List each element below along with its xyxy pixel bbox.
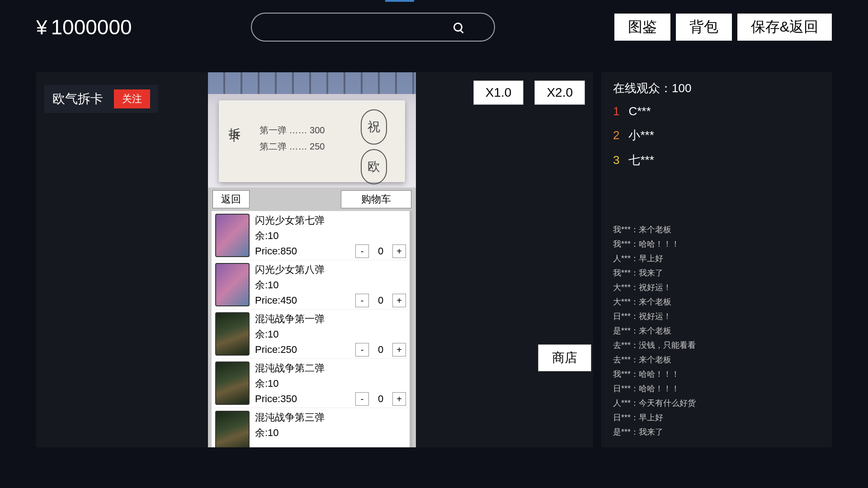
item-price-row: Price:350-0+ (255, 392, 406, 406)
qty-minus-button[interactable]: - (355, 244, 369, 258)
chat-line: 大***：祝好运！ (613, 280, 820, 295)
save-return-button[interactable]: 保存&返回 (737, 14, 832, 41)
item-price: Price:250 (255, 344, 297, 356)
chat-line: 去***：没钱，只能看看 (613, 338, 820, 352)
item-price-row: Price:850-0+ (255, 244, 406, 258)
chat-line: 人***：今天有什么好货 (613, 396, 820, 410)
chat-line: 大***：来个老板 (613, 295, 820, 309)
qty-plus-button[interactable]: + (392, 392, 406, 406)
chat-line: 我***：哈哈！！！ (613, 367, 820, 381)
search-input[interactable] (251, 13, 495, 42)
stream-panel: 欧气拆卡 关注 X1.0 X2.0 商店 拆卡 第一弹 …… 300 第二弹 …… (36, 72, 593, 447)
top-viewer-rank: 1 (613, 104, 619, 118)
item-name: 混沌战争第一弹 (255, 312, 406, 326)
item-thumbnail (215, 361, 250, 405)
qty-plus-button[interactable]: + (392, 294, 406, 307)
qty-minus-button[interactable]: - (355, 343, 369, 357)
item-name: 闪光少女第八弹 (255, 263, 406, 277)
shop-overlay: 返回 购物车 闪光少女第七弹余:10Price:850-0+闪光少女第八弹余:1… (208, 188, 416, 447)
shop-list[interactable]: 闪光少女第七弹余:10Price:850-0+闪光少女第八弹余:10Price:… (212, 211, 412, 447)
item-price: Price:850 (255, 245, 297, 257)
gallery-button[interactable]: 图鉴 (614, 14, 670, 41)
search-wrap (132, 13, 614, 42)
shop-item: 混沌战争第三弹余:10 (212, 408, 410, 447)
chat-line: 是***：我来了 (613, 425, 820, 439)
stream-header: 欧气拆卡 关注 (44, 85, 158, 113)
item-name: 闪光少女第七弹 (255, 214, 406, 227)
shop-button[interactable]: 商店 (538, 344, 591, 371)
header: ¥ 1000000 图鉴 背包 保存&返回 (0, 0, 868, 54)
chat-line: 人***：早上好 (613, 251, 820, 266)
chat-line: 去***：来个老板 (613, 352, 820, 367)
top-viewers: 1C***2小***3七*** (613, 104, 820, 177)
item-info: 混沌战争第二弹余:10Price:350-0+ (255, 361, 406, 406)
item-price-row: Price:250-0+ (255, 343, 406, 357)
note-lines: 第一弹 …… 300 第二弹 …… 250 (259, 122, 325, 155)
speed-1x-button[interactable]: X1.0 (473, 80, 524, 105)
chat-line: 我***：来个老板 (613, 222, 820, 237)
qty-plus-button[interactable]: + (392, 343, 406, 357)
qty-controls: -0+ (355, 294, 406, 307)
nav-buttons: 图鉴 背包 保存&返回 (614, 14, 832, 41)
note-seal-2: 欧 (361, 149, 387, 184)
item-price: Price:450 (255, 295, 297, 306)
top-viewer-name: C*** (628, 104, 651, 118)
top-viewer-name: 七*** (628, 152, 654, 168)
chat-spacer (613, 177, 820, 222)
top-viewer-rank: 3 (613, 153, 619, 167)
qty-value: 0 (376, 295, 385, 306)
item-info: 闪光少女第八弹余:10Price:450-0+ (255, 263, 406, 307)
speed-2x-button[interactable]: X2.0 (534, 80, 585, 105)
chat-line: 是***：来个老板 (613, 324, 820, 338)
qty-controls: -0+ (355, 392, 406, 406)
note-line-1: 第一弹 …… 300 (259, 122, 325, 138)
chat-line: 我***：哈哈！！！ (613, 237, 820, 251)
shop-back-button[interactable]: 返回 (212, 190, 250, 208)
item-name: 混沌战争第二弹 (255, 361, 406, 375)
qty-value: 0 (376, 344, 385, 356)
note-line-2: 第二弹 …… 250 (259, 138, 325, 155)
item-thumbnail (215, 263, 250, 306)
top-viewer: 3七*** (613, 152, 820, 168)
viewers-label: 在线观众： (613, 81, 672, 95)
top-viewer: 2小*** (613, 127, 820, 143)
item-name: 混沌战争第三弹 (255, 411, 406, 424)
note-left-text: 拆卡 (227, 118, 243, 124)
search-icon (453, 23, 462, 32)
item-stock: 余:10 (255, 328, 406, 341)
bag-button[interactable]: 背包 (676, 14, 732, 41)
note-seals: 祝 欧 (361, 109, 392, 173)
chat-log[interactable]: 我***：来个老板我***：哈哈！！！人***：早上好我***：我来了大***：… (613, 222, 820, 439)
video-area: 拆卡 第一弹 …… 300 第二弹 …… 250 祝 欧 (208, 72, 416, 188)
chat-panel: 在线观众：100 1C***2小***3七*** 我***：来个老板我***：哈… (601, 72, 832, 447)
qty-controls: -0+ (355, 244, 406, 258)
item-price-row: Price:450-0+ (255, 294, 406, 307)
qty-controls: -0+ (355, 343, 406, 357)
chat-line: 日***：祝好运！ (613, 309, 820, 324)
shop-item: 混沌战争第一弹余:10Price:250-0+ (212, 310, 410, 359)
item-stock: 余:10 (255, 229, 406, 243)
qty-value: 0 (376, 245, 385, 257)
item-info: 闪光少女第七弹余:10Price:850-0+ (255, 214, 406, 258)
top-viewer-name: 小*** (628, 127, 654, 143)
follow-button[interactable]: 关注 (114, 89, 150, 108)
currency-display: ¥ 1000000 (36, 15, 132, 39)
currency-symbol: ¥ (36, 16, 47, 39)
video-background-cards (208, 72, 416, 94)
qty-plus-button[interactable]: + (392, 244, 406, 258)
note-seal-1: 祝 (361, 109, 387, 145)
shop-cart-button[interactable]: 购物车 (341, 190, 411, 208)
item-stock: 余:10 (255, 278, 406, 292)
qty-value: 0 (376, 393, 385, 405)
top-viewer-rank: 2 (613, 128, 619, 142)
item-thumbnail (215, 411, 250, 447)
shop-item: 闪光少女第八弹余:10Price:450-0+ (212, 260, 410, 310)
qty-minus-button[interactable]: - (355, 294, 369, 307)
item-stock: 余:10 (255, 377, 406, 390)
viewers-count: 100 (672, 81, 691, 95)
speed-buttons: X1.0 X2.0 (473, 80, 585, 105)
chat-line: 我***：我来了 (613, 266, 820, 280)
handwritten-note: 拆卡 第一弹 …… 300 第二弹 …… 250 祝 欧 (219, 100, 405, 182)
qty-minus-button[interactable]: - (355, 392, 369, 406)
chat-line: 日***：哈哈！！！ (613, 381, 820, 396)
